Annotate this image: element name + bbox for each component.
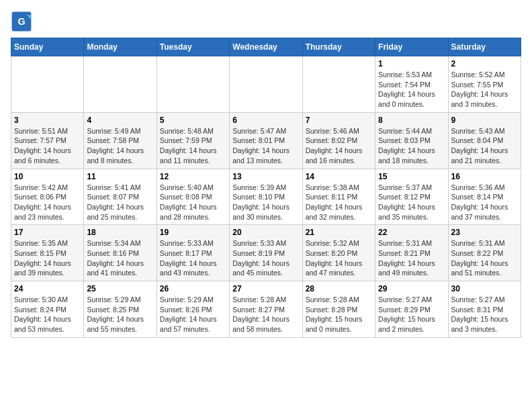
- calendar-cell: 16Sunrise: 5:36 AM Sunset: 8:14 PM Dayli…: [448, 169, 521, 225]
- day-number: 20: [232, 228, 299, 237]
- day-info: Sunrise: 5:47 AM Sunset: 8:01 PM Dayligh…: [232, 126, 299, 166]
- logo-icon: G: [11, 11, 32, 32]
- calendar-cell: 20Sunrise: 5:33 AM Sunset: 8:19 PM Dayli…: [230, 225, 302, 281]
- day-info: Sunrise: 5:37 AM Sunset: 8:12 PM Dayligh…: [378, 183, 445, 222]
- calendar-cell: 5Sunrise: 5:48 AM Sunset: 7:59 PM Daylig…: [157, 112, 229, 169]
- calendar-cell: 11Sunrise: 5:41 AM Sunset: 8:07 PM Dayli…: [84, 169, 157, 225]
- week-row-4: 17Sunrise: 5:35 AM Sunset: 8:15 PM Dayli…: [11, 225, 521, 281]
- day-number: 27: [232, 284, 299, 293]
- calendar-cell: [157, 56, 229, 113]
- day-number: 3: [14, 116, 81, 125]
- day-info: Sunrise: 5:38 AM Sunset: 8:11 PM Dayligh…: [306, 183, 372, 222]
- day-info: Sunrise: 5:39 AM Sunset: 8:10 PM Dayligh…: [232, 183, 299, 222]
- day-info: Sunrise: 5:48 AM Sunset: 7:59 PM Dayligh…: [160, 126, 226, 166]
- page-header: G: [11, 11, 521, 32]
- week-row-5: 24Sunrise: 5:30 AM Sunset: 8:24 PM Dayli…: [11, 281, 521, 338]
- day-number: 23: [451, 228, 518, 237]
- calendar-header: SundayMondayTuesdayWednesdayThursdayFrid…: [11, 38, 521, 56]
- calendar-cell: 18Sunrise: 5:34 AM Sunset: 8:16 PM Dayli…: [84, 225, 157, 281]
- calendar-cell: 21Sunrise: 5:32 AM Sunset: 8:20 PM Dayli…: [302, 225, 375, 281]
- day-info: Sunrise: 5:36 AM Sunset: 8:14 PM Dayligh…: [451, 183, 518, 222]
- calendar-cell: 9Sunrise: 5:43 AM Sunset: 8:04 PM Daylig…: [448, 112, 521, 169]
- day-number: 21: [306, 228, 372, 237]
- day-info: Sunrise: 5:49 AM Sunset: 7:58 PM Dayligh…: [87, 126, 153, 166]
- column-header-monday: Monday: [84, 38, 157, 56]
- calendar-cell: 30Sunrise: 5:27 AM Sunset: 8:31 PM Dayli…: [448, 281, 521, 338]
- calendar-cell: 2Sunrise: 5:52 AM Sunset: 7:55 PM Daylig…: [448, 56, 521, 113]
- day-info: Sunrise: 5:27 AM Sunset: 8:29 PM Dayligh…: [378, 295, 445, 334]
- day-info: Sunrise: 5:32 AM Sunset: 8:20 PM Dayligh…: [306, 238, 372, 278]
- day-info: Sunrise: 5:43 AM Sunset: 8:04 PM Dayligh…: [451, 126, 518, 166]
- calendar-table: SundayMondayTuesdayWednesdayThursdayFrid…: [11, 38, 521, 338]
- column-header-wednesday: Wednesday: [230, 38, 302, 56]
- logo: G: [11, 11, 35, 32]
- calendar-cell: 26Sunrise: 5:29 AM Sunset: 8:26 PM Dayli…: [157, 281, 229, 338]
- column-header-sunday: Sunday: [11, 38, 84, 56]
- calendar-cell: 12Sunrise: 5:40 AM Sunset: 8:08 PM Dayli…: [157, 169, 229, 225]
- day-info: Sunrise: 5:52 AM Sunset: 7:55 PM Dayligh…: [451, 70, 518, 109]
- day-number: 13: [232, 172, 299, 181]
- day-number: 29: [378, 284, 445, 293]
- calendar-cell: 7Sunrise: 5:46 AM Sunset: 8:02 PM Daylig…: [302, 112, 375, 169]
- day-number: 6: [232, 116, 299, 125]
- day-number: 8: [378, 116, 445, 125]
- column-header-tuesday: Tuesday: [157, 38, 229, 56]
- column-header-friday: Friday: [375, 38, 448, 56]
- day-number: 17: [14, 228, 81, 237]
- day-number: 10: [14, 172, 81, 181]
- day-number: 16: [451, 172, 518, 181]
- day-info: Sunrise: 5:33 AM Sunset: 8:17 PM Dayligh…: [160, 238, 226, 278]
- day-info: Sunrise: 5:35 AM Sunset: 8:15 PM Dayligh…: [14, 238, 81, 278]
- calendar-cell: 13Sunrise: 5:39 AM Sunset: 8:10 PM Dayli…: [230, 169, 302, 225]
- day-info: Sunrise: 5:28 AM Sunset: 8:27 PM Dayligh…: [232, 295, 299, 334]
- day-info: Sunrise: 5:28 AM Sunset: 8:28 PM Dayligh…: [306, 295, 372, 334]
- svg-text:G: G: [17, 16, 25, 27]
- day-number: 11: [87, 172, 153, 181]
- day-info: Sunrise: 5:30 AM Sunset: 8:24 PM Dayligh…: [14, 295, 81, 334]
- calendar-cell: 17Sunrise: 5:35 AM Sunset: 8:15 PM Dayli…: [11, 225, 84, 281]
- calendar-cell: 25Sunrise: 5:29 AM Sunset: 8:25 PM Dayli…: [84, 281, 157, 338]
- week-row-1: 1Sunrise: 5:53 AM Sunset: 7:54 PM Daylig…: [11, 56, 521, 113]
- day-info: Sunrise: 5:42 AM Sunset: 8:06 PM Dayligh…: [14, 183, 81, 222]
- calendar-cell: 27Sunrise: 5:28 AM Sunset: 8:27 PM Dayli…: [230, 281, 302, 338]
- day-number: 25: [87, 284, 153, 293]
- header-row: SundayMondayTuesdayWednesdayThursdayFrid…: [11, 38, 521, 56]
- day-info: Sunrise: 5:41 AM Sunset: 8:07 PM Dayligh…: [87, 183, 153, 222]
- calendar-cell: 8Sunrise: 5:44 AM Sunset: 8:03 PM Daylig…: [375, 112, 448, 169]
- day-number: 12: [160, 172, 226, 181]
- day-info: Sunrise: 5:33 AM Sunset: 8:19 PM Dayligh…: [232, 238, 299, 278]
- day-number: 1: [378, 59, 445, 68]
- day-number: 7: [306, 116, 372, 125]
- calendar-cell: 3Sunrise: 5:51 AM Sunset: 7:57 PM Daylig…: [11, 112, 84, 169]
- calendar-cell: 6Sunrise: 5:47 AM Sunset: 8:01 PM Daylig…: [230, 112, 302, 169]
- week-row-3: 10Sunrise: 5:42 AM Sunset: 8:06 PM Dayli…: [11, 169, 521, 225]
- day-info: Sunrise: 5:31 AM Sunset: 8:22 PM Dayligh…: [451, 238, 518, 278]
- calendar-cell: 22Sunrise: 5:31 AM Sunset: 8:21 PM Dayli…: [375, 225, 448, 281]
- column-header-saturday: Saturday: [448, 38, 521, 56]
- calendar-cell: 4Sunrise: 5:49 AM Sunset: 7:58 PM Daylig…: [84, 112, 157, 169]
- day-info: Sunrise: 5:51 AM Sunset: 7:57 PM Dayligh…: [14, 126, 81, 166]
- day-number: 14: [306, 172, 372, 181]
- day-info: Sunrise: 5:27 AM Sunset: 8:31 PM Dayligh…: [451, 295, 518, 334]
- day-info: Sunrise: 5:46 AM Sunset: 8:02 PM Dayligh…: [306, 126, 372, 166]
- calendar-cell: 14Sunrise: 5:38 AM Sunset: 8:11 PM Dayli…: [302, 169, 375, 225]
- calendar-cell: 19Sunrise: 5:33 AM Sunset: 8:17 PM Dayli…: [157, 225, 229, 281]
- day-number: 28: [306, 284, 372, 293]
- day-info: Sunrise: 5:44 AM Sunset: 8:03 PM Dayligh…: [378, 126, 445, 166]
- day-number: 19: [160, 228, 226, 237]
- column-header-thursday: Thursday: [302, 38, 375, 56]
- calendar-body: 1Sunrise: 5:53 AM Sunset: 7:54 PM Daylig…: [11, 56, 521, 338]
- day-info: Sunrise: 5:29 AM Sunset: 8:25 PM Dayligh…: [87, 295, 153, 334]
- day-number: 24: [14, 284, 81, 293]
- day-number: 26: [160, 284, 226, 293]
- day-number: 4: [87, 116, 153, 125]
- calendar-cell: [11, 56, 84, 113]
- calendar-cell: 1Sunrise: 5:53 AM Sunset: 7:54 PM Daylig…: [375, 56, 448, 113]
- calendar-cell: [84, 56, 157, 113]
- day-info: Sunrise: 5:34 AM Sunset: 8:16 PM Dayligh…: [87, 238, 153, 278]
- calendar-cell: 10Sunrise: 5:42 AM Sunset: 8:06 PM Dayli…: [11, 169, 84, 225]
- day-info: Sunrise: 5:31 AM Sunset: 8:21 PM Dayligh…: [378, 238, 445, 278]
- calendar-cell: [230, 56, 302, 113]
- day-info: Sunrise: 5:40 AM Sunset: 8:08 PM Dayligh…: [160, 183, 226, 222]
- day-number: 22: [378, 228, 445, 237]
